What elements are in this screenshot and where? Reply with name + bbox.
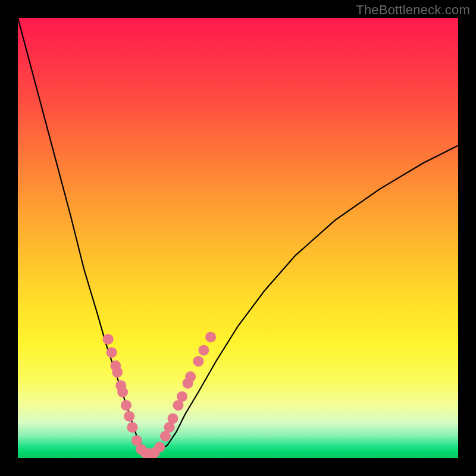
highlight-dot bbox=[112, 367, 123, 378]
bottleneck-curve bbox=[18, 18, 458, 454]
highlight-dot bbox=[107, 347, 117, 358]
chart-plot-area bbox=[18, 18, 458, 458]
highlight-dot bbox=[198, 345, 209, 356]
highlight-dot bbox=[154, 442, 165, 453]
highlight-dot bbox=[121, 400, 131, 411]
highlight-dot bbox=[185, 371, 196, 382]
watermark-text: TheBottleneck.com bbox=[356, 2, 470, 18]
highlight-dot bbox=[103, 334, 114, 345]
chart-frame: TheBottleneck.com bbox=[0, 0, 476, 476]
highlight-dot bbox=[124, 411, 134, 422]
highlight-dot bbox=[168, 413, 178, 424]
highlight-dots-group bbox=[103, 332, 216, 459]
highlight-dot bbox=[127, 422, 137, 433]
highlight-dot bbox=[205, 332, 216, 343]
chart-svg bbox=[18, 18, 458, 458]
highlight-dot bbox=[193, 356, 203, 367]
highlight-dot bbox=[177, 391, 187, 402]
highlight-dot bbox=[117, 387, 128, 397]
